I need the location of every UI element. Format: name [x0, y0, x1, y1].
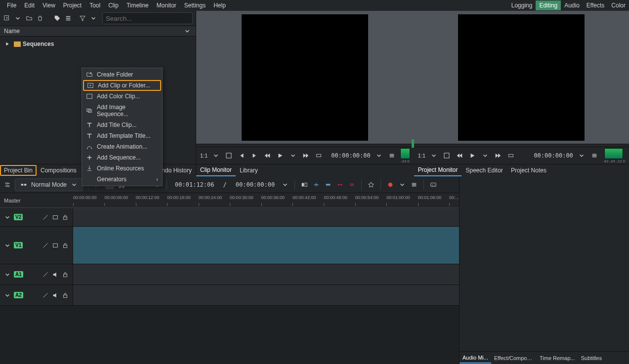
chevron-down-icon[interactable]: [481, 151, 490, 160]
lock-icon[interactable]: [62, 292, 69, 299]
workspace-editing[interactable]: Editing: [536, 0, 561, 10]
track-header-v2[interactable]: V2: [0, 208, 73, 226]
timeline-timecode-current[interactable]: 00:01:12:06: [175, 181, 214, 188]
workspace-logging[interactable]: Logging: [508, 0, 536, 10]
timeline-empty-area[interactable]: [0, 306, 459, 364]
play-icon[interactable]: [468, 151, 477, 160]
menu-settings[interactable]: Settings: [180, 0, 210, 10]
menu-project[interactable]: Project: [59, 0, 85, 10]
menu-tool[interactable]: Tool: [85, 0, 104, 10]
mix-icon[interactable]: [300, 180, 309, 189]
disclosure-triangle-icon[interactable]: [3, 40, 12, 48]
add-clip-icon[interactable]: [3, 14, 11, 23]
tab-library[interactable]: Library: [236, 165, 262, 176]
workspace-color[interactable]: Color: [608, 0, 629, 10]
lift-zone-icon[interactable]: [347, 180, 356, 189]
hide-icon[interactable]: [52, 242, 59, 249]
chevron-down-icon[interactable]: [14, 14, 22, 23]
timeline-ruler[interactable]: 00:00:00:00 00:00:06:00 00:00:12:00 00:0…: [73, 193, 459, 207]
effects-icon[interactable]: [42, 242, 49, 249]
chevron-down-icon[interactable]: [183, 27, 192, 36]
cm-online-resources[interactable]: Online Resources: [82, 163, 162, 174]
subtitle-icon[interactable]: [429, 180, 438, 189]
chevron-down-icon[interactable]: [375, 151, 383, 160]
folder-add-icon[interactable]: [25, 14, 33, 23]
chevron-down-icon[interactable]: [4, 242, 11, 249]
go-end-icon[interactable]: [250, 151, 259, 160]
project-monitor-timecode[interactable]: 00:00:00:00: [534, 152, 573, 159]
mute-icon[interactable]: [52, 271, 59, 278]
effects-icon[interactable]: [42, 214, 49, 221]
master-track-header[interactable]: Master: [0, 193, 73, 207]
chevron-down-icon[interactable]: [281, 180, 290, 189]
workspace-effects[interactable]: Effects: [583, 0, 608, 10]
track-body-a1[interactable]: [73, 264, 459, 284]
menu-monitor[interactable]: Monitor: [153, 0, 180, 10]
tab-clip-monitor[interactable]: Clip Monitor: [196, 164, 236, 176]
chevron-down-icon[interactable]: [289, 151, 297, 160]
menu-edit[interactable]: Edit: [20, 0, 39, 10]
preview-config-icon[interactable]: [410, 180, 419, 189]
options-icon[interactable]: [590, 151, 599, 160]
track-body-v1[interactable]: [73, 227, 459, 264]
chevron-down-icon[interactable]: [398, 180, 407, 189]
fullscreen-icon[interactable]: [442, 151, 451, 160]
cm-add-title-clip[interactable]: Add Title Clip...: [82, 120, 162, 130]
overwrite-zone-icon[interactable]: [324, 180, 333, 189]
menu-timeline[interactable]: Timeline: [123, 0, 153, 10]
list-menu-icon[interactable]: [64, 14, 72, 23]
effects-icon[interactable]: [42, 292, 49, 299]
go-start-icon[interactable]: [237, 151, 246, 160]
chevron-down-icon[interactable]: [429, 151, 438, 160]
project-monitor-viewport[interactable]: [414, 11, 629, 144]
track-header-a1[interactable]: A1: [0, 264, 73, 284]
fullscreen-icon[interactable]: [224, 151, 233, 160]
tab-project-bin[interactable]: Project Bin: [0, 165, 37, 176]
menu-file[interactable]: File: [3, 0, 20, 10]
clip-monitor-viewport[interactable]: [196, 11, 414, 144]
chevron-down-icon[interactable]: [211, 151, 220, 160]
tab-effect-composition[interactable]: Effect/Composition ...: [491, 353, 537, 363]
cm-generators[interactable]: Generators›: [82, 174, 162, 185]
menu-clip[interactable]: Clip: [104, 0, 123, 10]
rewind-icon[interactable]: [455, 151, 464, 160]
cm-add-color-clip[interactable]: Add Color Clip...: [82, 91, 162, 102]
rewind-icon[interactable]: [263, 151, 272, 160]
track-header-a2[interactable]: A2: [0, 285, 73, 305]
tab-speech-editor[interactable]: Speech Editor: [461, 165, 506, 176]
zone-icon[interactable]: [506, 151, 515, 160]
tag-icon[interactable]: [53, 14, 61, 23]
zone-icon[interactable]: [314, 151, 323, 160]
record-icon[interactable]: [386, 180, 395, 189]
workspace-audio[interactable]: Audio: [561, 0, 583, 10]
chevron-down-icon[interactable]: [89, 14, 97, 23]
chevron-down-icon[interactable]: [577, 151, 586, 160]
cm-add-sequence[interactable]: Add Sequence...: [82, 152, 162, 163]
track-body-a2[interactable]: [73, 285, 459, 305]
effects-icon[interactable]: [42, 271, 49, 278]
search-input[interactable]: [102, 12, 193, 24]
menu-view[interactable]: View: [39, 0, 59, 10]
track-body-v2[interactable]: [73, 208, 459, 226]
cm-add-image-sequence[interactable]: Add Image Sequence...: [82, 102, 162, 120]
clip-monitor-timecode[interactable]: 00:00:00:00: [331, 152, 370, 159]
track-header-v1[interactable]: V1: [0, 227, 73, 264]
lock-icon[interactable]: [62, 214, 69, 221]
cm-create-folder[interactable]: Create Folder: [82, 69, 162, 80]
chevron-down-icon[interactable]: [4, 214, 11, 221]
edit-mode-combo[interactable]: Normal Mode: [15, 178, 83, 191]
cm-add-template-title[interactable]: Add Template Title...: [82, 130, 162, 141]
forward-icon[interactable]: [494, 151, 503, 160]
insert-zone-icon[interactable]: [312, 180, 321, 189]
cm-create-animation[interactable]: Create Animation...: [82, 141, 162, 152]
tab-audio-mixer[interactable]: Audio Mi...: [460, 353, 491, 364]
settings-icon[interactable]: [3, 180, 12, 189]
chevron-down-icon[interactable]: [4, 271, 11, 278]
filter-icon[interactable]: [79, 14, 86, 23]
menu-help[interactable]: Help: [210, 0, 230, 10]
cm-add-clip-or-folder[interactable]: Add Clip or Folder...: [83, 80, 161, 91]
play-icon[interactable]: [276, 151, 285, 160]
tab-compositions[interactable]: Compositions: [37, 165, 81, 176]
forward-icon[interactable]: [301, 151, 310, 160]
lock-icon[interactable]: [62, 271, 69, 278]
